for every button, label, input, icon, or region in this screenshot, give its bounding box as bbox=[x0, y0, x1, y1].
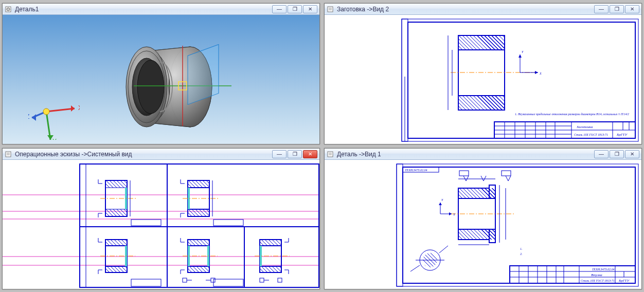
svg-point-1 bbox=[7, 8, 10, 11]
titlebar[interactable]: Деталь ->Вид 1 — ❐ ✕ bbox=[325, 149, 641, 160]
svg-marker-18 bbox=[32, 114, 36, 121]
titlebar[interactable]: Деталь1 — ❐ ✕ bbox=[3, 4, 319, 15]
svg-text:X: X bbox=[539, 72, 542, 75]
svg-line-139 bbox=[439, 246, 448, 253]
svg-rect-135 bbox=[459, 171, 469, 176]
svg-rect-108 bbox=[213, 279, 243, 286]
svg-text:Сталь 10Х ГОСТ 1813-71: Сталь 10Х ГОСТ 1813-71 bbox=[574, 133, 608, 136]
svg-text:X: X bbox=[453, 213, 455, 216]
title-text: Деталь1 bbox=[15, 6, 272, 13]
svg-rect-24 bbox=[402, 19, 638, 141]
svg-marker-37 bbox=[518, 54, 522, 58]
svg-marker-128 bbox=[439, 203, 442, 205]
svg-text:Y: Y bbox=[441, 198, 443, 202]
maximize-button[interactable]: ❐ bbox=[610, 5, 624, 13]
svg-rect-136 bbox=[502, 171, 511, 176]
window-buttons: — ❐ ✕ bbox=[272, 150, 317, 158]
minimize-button[interactable]: — bbox=[594, 5, 609, 13]
svg-rect-117 bbox=[397, 164, 403, 286]
svg-text:Y: Y bbox=[522, 50, 524, 53]
close-button[interactable]: ✕ bbox=[303, 5, 317, 13]
titlebar[interactable]: Заготовка ->Вид 2 — ❐ ✕ bbox=[325, 4, 641, 15]
svg-text:1. Неуказанные предельные откл: 1. Неуказанные предельные отклонения раз… bbox=[515, 113, 629, 116]
drawing-canvas[interactable] bbox=[3, 160, 319, 289]
svg-point-20 bbox=[43, 108, 49, 115]
svg-marker-126 bbox=[449, 212, 452, 215]
maximize-button[interactable]: ❐ bbox=[288, 150, 302, 158]
svg-rect-111 bbox=[131, 220, 161, 226]
svg-rect-60 bbox=[6, 152, 11, 157]
axis-gizmo: X Y Z bbox=[28, 88, 80, 140]
svg-rect-107 bbox=[278, 278, 282, 282]
doc-2d-icon bbox=[327, 151, 334, 158]
svg-text:Сталь 10Х ГОСТ 1813-71: Сталь 10Х ГОСТ 1813-71 bbox=[581, 279, 615, 282]
svg-text:2.: 2. bbox=[520, 252, 523, 256]
svg-rect-143 bbox=[510, 266, 635, 283]
svg-rect-98 bbox=[211, 278, 215, 282]
window-buttons: — ❐ ✕ bbox=[594, 5, 639, 13]
minimize-button[interactable]: — bbox=[594, 150, 609, 158]
title-text: Заготовка ->Вид 2 bbox=[337, 6, 594, 13]
svg-rect-25 bbox=[408, 22, 635, 138]
svg-rect-21 bbox=[328, 7, 333, 12]
titlebar[interactable]: Операционные эскизы ->Системный вид — ❐ … bbox=[3, 149, 319, 160]
svg-text:БрГТУ: БрГТУ bbox=[618, 279, 630, 283]
svg-text:Z: Z bbox=[28, 113, 29, 120]
svg-rect-96 bbox=[183, 278, 187, 282]
svg-line-140 bbox=[410, 265, 420, 271]
svg-rect-112 bbox=[328, 152, 333, 157]
doc-2d-icon bbox=[327, 6, 334, 13]
doc-2d-icon bbox=[5, 151, 12, 158]
svg-text:Втулка: Втулка bbox=[591, 273, 602, 277]
minimize-button[interactable]: — bbox=[272, 5, 287, 13]
svg-text:Заготовка: Заготовка bbox=[577, 125, 593, 129]
svg-marker-35 bbox=[535, 71, 538, 74]
svg-text:ТЕХН.3473.02.04: ТЕХН.3473.02.04 bbox=[592, 268, 615, 271]
pane-part-drawing: Деталь ->Вид 1 — ❐ ✕ ТЕХН.3473.02.04 bbox=[324, 148, 642, 289]
drawing-canvas[interactable]: X Y 1. Неуказанные предельные отклонения… bbox=[325, 15, 641, 144]
viewport-3d[interactable]: X Y Z bbox=[3, 15, 319, 144]
maximize-button[interactable]: ❐ bbox=[610, 150, 624, 158]
svg-text:1.: 1. bbox=[520, 247, 523, 250]
pane-blank-drawing: Заготовка ->Вид 2 — ❐ ✕ bbox=[324, 3, 642, 144]
maximize-button[interactable]: ❐ bbox=[288, 5, 302, 13]
svg-marker-12 bbox=[71, 105, 75, 112]
title-text: Деталь ->Вид 1 bbox=[337, 151, 594, 158]
svg-rect-72 bbox=[80, 164, 86, 287]
svg-line-11 bbox=[46, 108, 75, 112]
svg-text:Y: Y bbox=[52, 138, 57, 140]
doc-3d-icon bbox=[5, 6, 12, 13]
close-button[interactable]: ✕ bbox=[625, 150, 639, 158]
pane-op-sketches: Операционные эскизы ->Системный вид — ❐ … bbox=[2, 148, 320, 289]
svg-text:БрГТУ: БрГТУ bbox=[616, 133, 628, 137]
minimize-button[interactable]: — bbox=[272, 150, 287, 158]
svg-point-6 bbox=[137, 60, 164, 114]
drawing-canvas[interactable]: ТЕХН.3473.02.04 X Y bbox=[325, 160, 641, 289]
svg-text:ТЕХН.3473.02.04: ТЕХН.3473.02.04 bbox=[405, 169, 427, 172]
svg-text:X: X bbox=[78, 104, 80, 112]
svg-rect-105 bbox=[260, 278, 264, 282]
svg-rect-109 bbox=[131, 279, 161, 286]
window-buttons: — ❐ ✕ bbox=[594, 150, 639, 158]
svg-rect-110 bbox=[213, 220, 243, 226]
close-button[interactable]: ✕ bbox=[625, 5, 639, 13]
title-text: Операционные эскизы ->Системный вид bbox=[15, 151, 272, 158]
window-buttons: — ❐ ✕ bbox=[272, 5, 317, 13]
close-button[interactable]: ✕ bbox=[303, 150, 317, 158]
pane-3d-model: Деталь1 — ❐ ✕ bbox=[2, 3, 320, 144]
